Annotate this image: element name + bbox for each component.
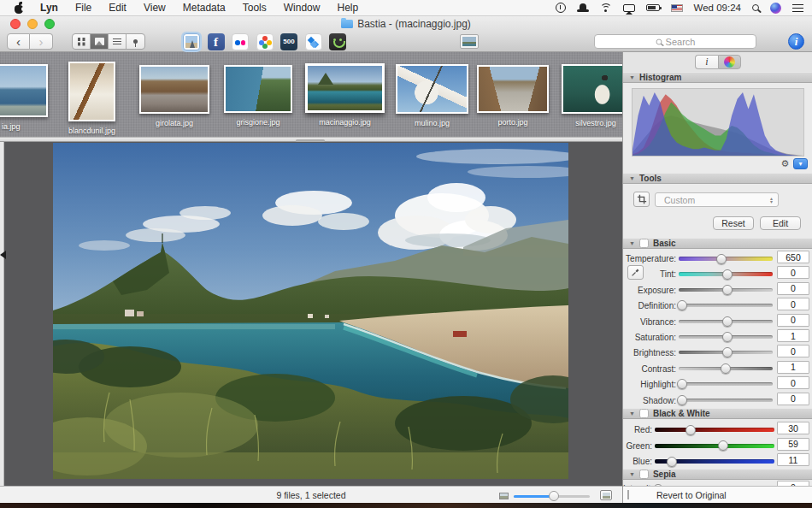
slider-value[interactable]: [777, 282, 809, 295]
menu-item-help[interactable]: Help: [337, 2, 358, 14]
slider-track[interactable]: [679, 351, 773, 354]
list-view-button[interactable]: [109, 34, 127, 49]
slider-track[interactable]: [679, 272, 773, 276]
slider-knob[interactable]: [722, 316, 733, 327]
disclosure-triangle[interactable]: ▼: [629, 175, 635, 181]
menu-clock[interactable]: Wed 09:24: [694, 3, 741, 13]
dropbox-share-icon[interactable]: [305, 33, 322, 50]
siri-icon[interactable]: [770, 3, 781, 14]
thumbnail-macinaggio[interactable]: macinaggio.jpg: [305, 63, 385, 113]
spotlight-icon[interactable]: [752, 4, 759, 11]
thumbnail-size-slider[interactable]: [514, 495, 590, 498]
back-button[interactable]: ‹: [7, 33, 30, 50]
slider-knob[interactable]: [716, 254, 727, 264]
thumbnail-porto[interactable]: porto.jpg: [477, 65, 549, 113]
hat-icon[interactable]: [577, 3, 589, 12]
gear-icon[interactable]: ⚙: [780, 158, 791, 169]
airplay-display-icon[interactable]: [623, 4, 635, 12]
thumbnail-toolbar-icon[interactable]: [460, 34, 479, 49]
disclosure-triangle[interactable]: ▼: [629, 411, 635, 416]
slider-value[interactable]: [777, 438, 809, 451]
slider-knob[interactable]: [667, 457, 677, 467]
black-white-checkbox[interactable]: [639, 409, 649, 418]
image-view-button[interactable]: [91, 34, 109, 49]
notification-center-icon[interactable]: [792, 3, 803, 13]
map-view-button[interactable]: [127, 34, 144, 49]
crop-button[interactable]: [633, 192, 650, 207]
slider-track[interactable]: [655, 459, 774, 464]
battery-icon[interactable]: [646, 4, 660, 11]
menu-item-window[interactable]: Window: [284, 2, 321, 14]
search-input[interactable]: Search: [594, 34, 756, 49]
slider-knob[interactable]: [677, 395, 687, 405]
slider-track[interactable]: [679, 335, 773, 339]
slider-knob[interactable]: [722, 347, 733, 357]
slider-value[interactable]: [777, 422, 809, 434]
thumbnail-grisgione[interactable]: grisgione.jpg: [224, 65, 292, 113]
thumbnail-bastia[interactable]: ia.jpg: [0, 64, 48, 117]
thumbnail-blancdunil[interactable]: blancdunil.jpg: [68, 62, 115, 121]
grid-view-button[interactable]: [73, 34, 91, 49]
slider-track[interactable]: [679, 320, 773, 323]
slider-knob[interactable]: [721, 363, 731, 374]
disclosure-triangle[interactable]: ▼: [629, 74, 635, 80]
zoom-button[interactable]: [44, 19, 55, 29]
thumbnail-silvestro[interactable]: silvestro.jpg: [562, 64, 622, 114]
tab-info[interactable]: i: [695, 55, 718, 69]
slider-value[interactable]: [777, 266, 809, 279]
thumbnail-mulino[interactable]: mulino.jpg: [396, 64, 468, 114]
menu-app-name[interactable]: Lyn: [40, 2, 58, 14]
zoom-in-thumbnail-icon[interactable]: [600, 490, 612, 500]
collapse-panel-arrow-icon[interactable]: [0, 251, 6, 259]
menu-item-file[interactable]: File: [75, 2, 91, 14]
facebook-share-icon[interactable]: f: [208, 33, 225, 50]
apple-menu-icon[interactable]: [14, 3, 24, 14]
slider-value[interactable]: [777, 393, 809, 405]
menu-item-view[interactable]: View: [144, 2, 166, 14]
slider-knob[interactable]: [722, 332, 733, 342]
slider-track[interactable]: [679, 367, 773, 370]
minimize-button[interactable]: [27, 19, 38, 29]
thumbnail-girolata[interactable]: girolata.jpg: [139, 65, 209, 114]
slider-track[interactable]: [679, 257, 773, 261]
basic-checkbox[interactable]: [639, 239, 649, 248]
slider-track[interactable]: [679, 382, 773, 386]
slider-knob[interactable]: [722, 269, 733, 280]
slider-knob[interactable]: [677, 300, 687, 310]
slider-value[interactable]: [777, 314, 809, 327]
menu-item-edit[interactable]: Edit: [109, 2, 127, 14]
smugmug-share-icon[interactable]: [329, 33, 346, 50]
zoom-out-thumbnail-icon[interactable]: [499, 493, 509, 499]
info-button[interactable]: i: [788, 33, 804, 50]
preset-select[interactable]: Custom ▴▾: [655, 192, 779, 207]
slider-track[interactable]: [679, 399, 773, 402]
edit-button[interactable]: Edit: [760, 216, 801, 230]
photos-share-icon[interactable]: [183, 33, 200, 50]
menu-item-metadata[interactable]: Metadata: [183, 2, 226, 14]
histogram-options-dropdown[interactable]: ▾: [793, 158, 808, 169]
disclosure-triangle[interactable]: ▼: [629, 471, 635, 477]
slider-value[interactable]: [777, 345, 809, 357]
photo-macinaggio[interactable]: [53, 143, 568, 479]
forward-button[interactable]: ›: [30, 33, 53, 50]
reset-button[interactable]: Reset: [713, 216, 754, 230]
slider-value[interactable]: [777, 376, 809, 389]
slider-track[interactable]: [679, 304, 773, 307]
slider-knob[interactable]: [677, 379, 687, 389]
slider-knob[interactable]: [722, 285, 733, 295]
slider-value[interactable]: [777, 361, 809, 374]
wifi-icon[interactable]: [600, 3, 612, 13]
slider-track[interactable]: [655, 428, 774, 432]
revert-to-original-button[interactable]: Revert to Original: [656, 490, 727, 500]
google-photos-share-icon[interactable]: [256, 33, 274, 50]
slider-value[interactable]: [777, 453, 809, 466]
us-flag-icon[interactable]: [671, 4, 683, 12]
disclosure-triangle[interactable]: ▼: [629, 240, 635, 246]
slider-knob[interactable]: [685, 425, 696, 435]
slider-track[interactable]: [655, 444, 774, 448]
close-button[interactable]: [10, 19, 21, 29]
thumbnail-size-knob[interactable]: [549, 491, 559, 501]
slider-value[interactable]: [777, 251, 809, 263]
slider-track[interactable]: [679, 288, 773, 292]
tab-adjustments[interactable]: [718, 55, 741, 69]
